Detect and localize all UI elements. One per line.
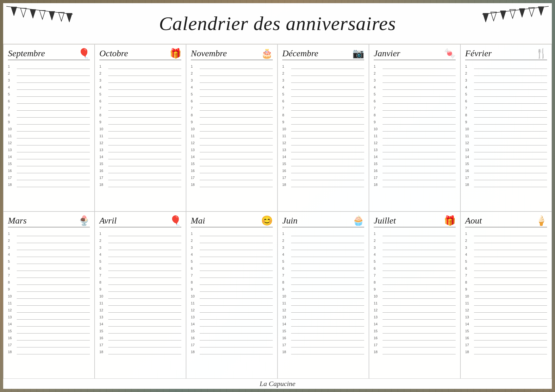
entry-line[interactable] bbox=[474, 327, 547, 334]
entry-line[interactable] bbox=[474, 97, 547, 104]
entry-line[interactable] bbox=[291, 138, 364, 145]
entry-line[interactable] bbox=[200, 327, 273, 334]
entry-line[interactable] bbox=[383, 76, 456, 83]
entry-line[interactable] bbox=[17, 257, 90, 264]
entry-line[interactable] bbox=[108, 271, 181, 278]
entry-line[interactable] bbox=[474, 69, 547, 76]
entry-line[interactable] bbox=[108, 250, 181, 257]
entry-line[interactable] bbox=[474, 180, 547, 187]
entry-line[interactable] bbox=[474, 292, 547, 299]
entry-line[interactable] bbox=[17, 306, 90, 313]
entry-line[interactable] bbox=[108, 334, 181, 340]
entry-line[interactable] bbox=[383, 285, 456, 292]
entry-line[interactable] bbox=[474, 278, 547, 285]
entry-line[interactable] bbox=[291, 97, 364, 104]
entry-line[interactable] bbox=[17, 180, 90, 187]
entry-line[interactable] bbox=[474, 299, 547, 306]
entry-line[interactable] bbox=[108, 145, 181, 152]
entry-line[interactable] bbox=[200, 320, 273, 327]
entry-line[interactable] bbox=[383, 236, 456, 243]
entry-line[interactable] bbox=[474, 264, 547, 271]
entry-line[interactable] bbox=[383, 111, 456, 118]
entry-line[interactable] bbox=[200, 118, 273, 125]
entry-line[interactable] bbox=[291, 159, 364, 166]
entry-line[interactable] bbox=[17, 76, 90, 83]
entry-line[interactable] bbox=[108, 347, 181, 354]
entry-line[interactable] bbox=[17, 313, 90, 320]
entry-line[interactable] bbox=[200, 306, 273, 313]
entry-line[interactable] bbox=[108, 125, 181, 132]
entry-line[interactable] bbox=[383, 166, 456, 173]
entry-line[interactable] bbox=[474, 145, 547, 152]
entry-line[interactable] bbox=[291, 257, 364, 264]
entry-line[interactable] bbox=[474, 111, 547, 118]
entry-line[interactable] bbox=[383, 340, 456, 347]
entry-line[interactable] bbox=[17, 292, 90, 299]
entry-line[interactable] bbox=[17, 145, 90, 152]
entry-line[interactable] bbox=[108, 138, 181, 145]
entry-line[interactable] bbox=[474, 229, 547, 236]
entry-line[interactable] bbox=[474, 250, 547, 257]
entry-line[interactable] bbox=[108, 236, 181, 243]
entry-line[interactable] bbox=[291, 327, 364, 334]
entry-line[interactable] bbox=[17, 111, 90, 118]
entry-line[interactable] bbox=[291, 340, 364, 347]
entry-line[interactable] bbox=[108, 132, 181, 138]
entry-line[interactable] bbox=[17, 83, 90, 90]
entry-line[interactable] bbox=[108, 76, 181, 83]
entry-line[interactable] bbox=[383, 327, 456, 334]
entry-line[interactable] bbox=[17, 278, 90, 285]
entry-line[interactable] bbox=[291, 76, 364, 83]
entry-line[interactable] bbox=[474, 243, 547, 250]
entry-line[interactable] bbox=[108, 243, 181, 250]
entry-line[interactable] bbox=[200, 125, 273, 132]
entry-line[interactable] bbox=[291, 152, 364, 159]
entry-line[interactable] bbox=[200, 243, 273, 250]
entry-line[interactable] bbox=[17, 166, 90, 173]
entry-line[interactable] bbox=[474, 313, 547, 320]
entry-line[interactable] bbox=[200, 132, 273, 138]
entry-line[interactable] bbox=[383, 118, 456, 125]
entry-line[interactable] bbox=[200, 111, 273, 118]
entry-line[interactable] bbox=[474, 347, 547, 354]
entry-line[interactable] bbox=[200, 159, 273, 166]
entry-line[interactable] bbox=[200, 180, 273, 187]
entry-line[interactable] bbox=[108, 83, 181, 90]
entry-line[interactable] bbox=[108, 285, 181, 292]
entry-line[interactable] bbox=[17, 62, 90, 69]
entry-line[interactable] bbox=[383, 104, 456, 111]
entry-line[interactable] bbox=[291, 90, 364, 97]
entry-line[interactable] bbox=[200, 138, 273, 145]
entry-line[interactable] bbox=[17, 236, 90, 243]
entry-line[interactable] bbox=[474, 104, 547, 111]
entry-line[interactable] bbox=[383, 62, 456, 69]
entry-line[interactable] bbox=[383, 278, 456, 285]
entry-line[interactable] bbox=[200, 292, 273, 299]
entry-line[interactable] bbox=[474, 340, 547, 347]
entry-line[interactable] bbox=[17, 159, 90, 166]
entry-line[interactable] bbox=[200, 97, 273, 104]
entry-line[interactable] bbox=[383, 320, 456, 327]
entry-line[interactable] bbox=[474, 166, 547, 173]
entry-line[interactable] bbox=[200, 166, 273, 173]
entry-line[interactable] bbox=[108, 229, 181, 236]
entry-line[interactable] bbox=[108, 69, 181, 76]
entry-line[interactable] bbox=[474, 83, 547, 90]
entry-line[interactable] bbox=[17, 347, 90, 354]
entry-line[interactable] bbox=[108, 313, 181, 320]
entry-line[interactable] bbox=[383, 313, 456, 320]
entry-line[interactable] bbox=[474, 271, 547, 278]
entry-line[interactable] bbox=[200, 334, 273, 340]
entry-line[interactable] bbox=[291, 62, 364, 69]
entry-line[interactable] bbox=[200, 257, 273, 264]
entry-line[interactable] bbox=[291, 278, 364, 285]
entry-line[interactable] bbox=[108, 159, 181, 166]
entry-line[interactable] bbox=[291, 347, 364, 354]
entry-line[interactable] bbox=[291, 118, 364, 125]
entry-line[interactable] bbox=[108, 104, 181, 111]
entry-line[interactable] bbox=[474, 285, 547, 292]
entry-line[interactable] bbox=[291, 111, 364, 118]
entry-line[interactable] bbox=[17, 104, 90, 111]
entry-line[interactable] bbox=[108, 299, 181, 306]
entry-line[interactable] bbox=[17, 229, 90, 236]
